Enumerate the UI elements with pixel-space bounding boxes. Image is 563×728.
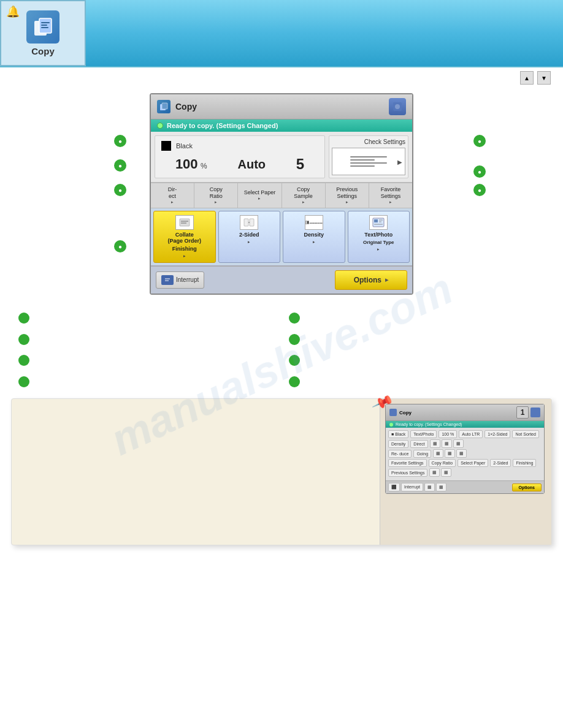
func-btn-fav-settings-label: FavoriteSettings bbox=[381, 186, 401, 200]
mini-title-text: Copy bbox=[399, 410, 412, 415]
func-btn-select-paper[interactable]: Select Paper ▸ bbox=[238, 183, 282, 208]
density-arrow: ▸ bbox=[313, 240, 315, 245]
mini-copy-dialog: Copy 1 Ready to copy. (Settings Changed)… bbox=[385, 404, 545, 494]
bottom-row: Interrupt Options ▸ bbox=[151, 266, 412, 294]
preview-arrow: ▶ bbox=[397, 158, 402, 165]
density-button[interactable]: ▪▪▪▪▪▪▪▪▪▪ Density ▸ bbox=[283, 211, 345, 263]
text-photo-icon bbox=[369, 215, 388, 230]
desc-item-4 bbox=[282, 328, 552, 350]
svg-rect-2 bbox=[41, 22, 50, 23]
preview-line-2 bbox=[350, 159, 375, 161]
svg-rect-19 bbox=[163, 277, 172, 283]
desc-item-1 bbox=[11, 307, 282, 328]
mini-grid-2: ▦ bbox=[442, 439, 452, 448]
finishing-icon bbox=[175, 215, 194, 230]
desc-item-2 bbox=[282, 307, 552, 328]
func-btn-copy-sample[interactable]: CopySample ▸ bbox=[282, 183, 326, 208]
color-mode-label: Black bbox=[176, 142, 193, 150]
finishing-label: Finishing bbox=[172, 246, 197, 252]
original-type-label: Original Type bbox=[363, 240, 394, 245]
check-settings-label: Check Settings bbox=[332, 138, 405, 145]
collate-label: Collate(Page Order) bbox=[167, 232, 201, 244]
mini-dialog-title: Copy 1 bbox=[386, 404, 544, 421]
check-settings-panel[interactable]: Check Settings ▶ bbox=[329, 135, 408, 178]
mini-row-3: Re- duce Going ▦ ▦ ▦ bbox=[388, 449, 542, 458]
mini-not-sorted-cell: Not Sorted bbox=[512, 430, 538, 438]
mini-auto-ltr-cell: Auto LTR bbox=[459, 430, 483, 438]
func-btn-favorite-settings[interactable]: FavoriteSettings ▸ bbox=[369, 183, 412, 208]
desc-bullet-5 bbox=[18, 355, 29, 366]
interrupt-button[interactable]: Interrupt bbox=[156, 271, 204, 289]
mini-grid-10: ▦ bbox=[436, 483, 446, 491]
svg-rect-13 bbox=[250, 219, 254, 226]
header-icon-box: 🔔 Copy bbox=[0, 0, 86, 66]
func-btn-previous-settings[interactable]: PreviousSettings ▸ bbox=[326, 183, 369, 208]
bullet-1: ● bbox=[114, 135, 126, 147]
func-btn-copy-ratio[interactable]: CopyRatio ▸ bbox=[194, 183, 238, 208]
check-settings-preview: ▶ bbox=[332, 148, 405, 175]
func-btn-direct-label: Dir-ect bbox=[168, 186, 177, 200]
text-photo-button[interactable]: Text/Photo Original Type ▸ bbox=[348, 211, 410, 263]
mini-grid-9: ▦ bbox=[424, 483, 435, 491]
func-btn-fav-settings-arrow: ▸ bbox=[389, 200, 392, 205]
mini-btn-row: ⬛ Interrupt ▦ ▦ Options bbox=[386, 480, 544, 493]
desc-bullet-7 bbox=[18, 376, 29, 387]
svg-rect-6 bbox=[162, 103, 167, 109]
bullet-7: ● bbox=[114, 240, 126, 252]
mini-prev-settings-cell: Previous Settings bbox=[388, 469, 427, 477]
desc-bullet-3 bbox=[18, 334, 29, 345]
mini-going-cell: Going bbox=[413, 450, 431, 458]
copies-value: 5 bbox=[296, 156, 304, 173]
bullet-3: ● bbox=[114, 184, 126, 196]
func-btn-copy-ratio-arrow: ▸ bbox=[215, 200, 217, 205]
mini-grid-8: ▦ bbox=[441, 468, 451, 477]
svg-rect-3 bbox=[41, 25, 47, 26]
two-sided-label: 2-Sided bbox=[239, 232, 259, 238]
mini-reduce-cell: Re- duce bbox=[388, 450, 412, 458]
bell-icon: 🔔 bbox=[6, 5, 20, 18]
scroll-up-button[interactable]: ▲ bbox=[520, 71, 534, 85]
func-btn-direct[interactable]: Dir-ect ▸ bbox=[151, 183, 194, 208]
bullet-4: ● bbox=[473, 135, 486, 147]
finishing-button[interactable]: Collate(Page Order) Finishing ▸ bbox=[153, 211, 216, 263]
two-sided-button[interactable]: 2-Sided ▸ bbox=[218, 211, 281, 263]
dialog-title-text: Copy bbox=[175, 102, 197, 112]
text-photo-arrow: ▸ bbox=[377, 247, 380, 252]
func-btn-prev-settings-arrow: ▸ bbox=[346, 200, 348, 205]
function-buttons-row: Dir-ect ▸ CopyRatio ▸ Select Paper ▸ Cop… bbox=[151, 183, 412, 208]
mini-grid-1: ▦ bbox=[430, 439, 440, 448]
title-left: Copy bbox=[157, 100, 197, 113]
note-card: 📌 Copy 1 Ready to copy. (Settings Change… bbox=[11, 398, 552, 545]
bullet-5: ● bbox=[473, 165, 486, 178]
options-label: Options bbox=[354, 276, 381, 284]
mini-sided-cell: 1×2-Sided bbox=[484, 430, 510, 438]
preview-line-4 bbox=[350, 165, 375, 167]
color-swatch bbox=[161, 141, 171, 151]
dialog-main: Black 100 % Auto 5 Check Settings bbox=[151, 132, 412, 294]
scroll-down-button[interactable]: ▼ bbox=[537, 71, 551, 85]
mini-copy-count: 1 bbox=[516, 406, 529, 419]
svg-rect-12 bbox=[244, 219, 248, 226]
mini-2sided-cell: 2-Sided bbox=[490, 459, 511, 467]
desc-item-6 bbox=[282, 350, 552, 371]
func-btn-copy-ratio-label: CopyRatio bbox=[210, 186, 223, 200]
func-btn-copy-sample-label: CopySample bbox=[294, 186, 313, 200]
ratio-display: 100 % bbox=[175, 156, 207, 172]
note-card-right: Copy 1 Ready to copy. (Settings Changed)… bbox=[380, 399, 551, 545]
desc-bullet-4 bbox=[289, 334, 300, 345]
dialog-title-bar: Copy bbox=[151, 94, 412, 119]
descriptions-section bbox=[11, 307, 552, 392]
mini-grid-6: ▦ bbox=[456, 449, 467, 458]
note-card-left bbox=[12, 399, 380, 545]
mini-row-1: ■ Black Text/Photo 100 % Auto LTR 1×2-Si… bbox=[388, 430, 542, 438]
dialog-close-button[interactable] bbox=[389, 98, 406, 115]
mini-row-4: Favorite Settings Copy Ratio Select Pape… bbox=[388, 459, 542, 467]
mini-finishing-cell: Finishing bbox=[513, 459, 536, 467]
status-dot bbox=[157, 123, 163, 129]
color-row: Black bbox=[155, 136, 324, 153]
mini-fav-settings-cell: Favorite Settings bbox=[388, 459, 427, 467]
two-sided-arrow: ▸ bbox=[248, 240, 250, 245]
header-bar bbox=[86, 0, 563, 66]
options-button[interactable]: Options ▸ bbox=[335, 270, 407, 290]
mini-status-dot bbox=[389, 423, 393, 427]
